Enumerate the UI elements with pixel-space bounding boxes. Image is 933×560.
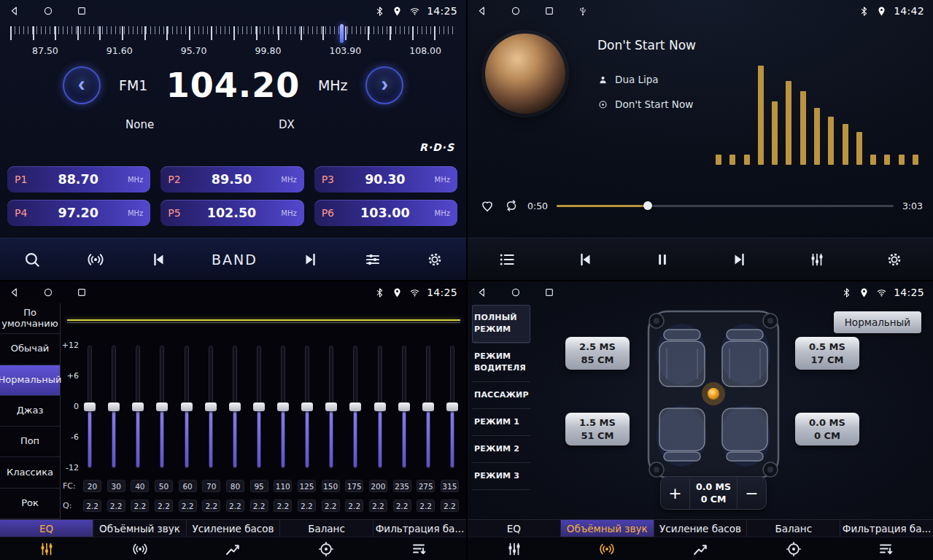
eq-band-slider[interactable]: [325, 346, 338, 468]
eq-band-slider[interactable]: [131, 346, 144, 468]
tab-filter[interactable]: Фильтрация ба...: [840, 520, 933, 537]
back-button[interactable]: [9, 287, 20, 298]
seek-up-button[interactable]: [302, 251, 320, 268]
eq-slider-thumb[interactable]: [229, 402, 241, 411]
eq-band-slider[interactable]: [422, 346, 435, 468]
eq-slider-thumb[interactable]: [349, 402, 361, 411]
repeat-button[interactable]: [504, 198, 519, 213]
broadcast-button[interactable]: [86, 250, 105, 269]
settings-button[interactable]: [426, 251, 444, 268]
car-cabin-visual[interactable]: [645, 308, 782, 481]
equalizer-button[interactable]: [808, 251, 826, 268]
back-button[interactable]: [476, 287, 488, 298]
radio-preset-button[interactable]: P6103.00MHz: [314, 200, 457, 226]
eq-icon-button[interactable]: [0, 537, 93, 560]
eq-slider-thumb[interactable]: [205, 402, 217, 411]
eq-preset-item[interactable]: Джаз: [0, 396, 60, 427]
eq-slider-thumb[interactable]: [325, 402, 337, 411]
eq-band-slider[interactable]: [228, 346, 241, 468]
tab-eq[interactable]: EQ: [0, 520, 93, 537]
eq-band-slider[interactable]: [155, 346, 169, 468]
delay-rear-right[interactable]: 0.0 MS 0 CM: [795, 413, 859, 446]
tab-bass-boost[interactable]: Усиление басов: [654, 520, 748, 537]
home-button[interactable]: [510, 5, 522, 17]
recent-apps-button[interactable]: [76, 5, 88, 17]
bass-boost-icon-button[interactable]: [654, 537, 747, 560]
eq-slider-thumb[interactable]: [156, 402, 168, 411]
eq-preset-item[interactable]: Поп: [0, 427, 60, 457]
eq-slider-thumb[interactable]: [374, 402, 386, 411]
eq-slider-thumb[interactable]: [398, 402, 410, 411]
tab-surround-sound[interactable]: Объёмный звук: [561, 520, 654, 537]
eq-slider-thumb[interactable]: [181, 402, 193, 411]
home-button[interactable]: [510, 287, 522, 298]
recent-apps-button[interactable]: [76, 287, 88, 298]
home-button[interactable]: [42, 287, 54, 298]
eq-slider-thumb[interactable]: [277, 402, 289, 411]
scan-button[interactable]: [23, 250, 42, 269]
surround-icon-button[interactable]: [561, 537, 654, 560]
eq-slider-thumb[interactable]: [132, 402, 144, 411]
sf-mode-item[interactable]: ПАССАЖИР: [472, 382, 530, 409]
eq-band-slider[interactable]: [180, 346, 193, 468]
next-track-button[interactable]: [731, 251, 748, 268]
tab-filter[interactable]: Фильтрация ба...: [373, 520, 466, 537]
bass-boost-icon-button[interactable]: [187, 537, 280, 560]
surround-icon-button[interactable]: [93, 537, 187, 560]
delay-front-right[interactable]: 0.5 MS 17 CM: [795, 337, 859, 370]
pause-button[interactable]: [654, 251, 671, 268]
recent-apps-button[interactable]: [543, 287, 555, 298]
eq-preset-item[interactable]: Классика: [0, 457, 60, 488]
back-button[interactable]: [476, 5, 488, 17]
eq-band-slider[interactable]: [107, 346, 120, 468]
audio-settings-button[interactable]: [364, 251, 382, 268]
tab-balance[interactable]: Баланс: [280, 520, 373, 537]
eq-preset-item[interactable]: Обычай: [0, 334, 60, 365]
eq-band-slider[interactable]: [446, 346, 459, 468]
sf-mode-item[interactable]: ПОЛНЫЙ РЕЖИМ: [472, 305, 530, 343]
settings-button[interactable]: [886, 251, 903, 268]
radio-preset-button[interactable]: P390.30MHz: [314, 166, 457, 192]
previous-track-button[interactable]: [576, 251, 594, 268]
delay-rear-left[interactable]: 1.5 MS 51 CM: [565, 413, 630, 446]
filter-icon-button[interactable]: [373, 537, 466, 560]
back-button[interactable]: [9, 5, 20, 17]
minus-button[interactable]: −: [737, 477, 766, 509]
sf-mode-item[interactable]: РЕЖИМ 2: [472, 436, 530, 463]
profile-button[interactable]: Нормальный: [834, 311, 921, 333]
eq-preset-item[interactable]: Нормальный: [0, 365, 60, 396]
balance-icon-button[interactable]: [747, 537, 840, 560]
radio-preset-button[interactable]: P497.20MHz: [7, 200, 150, 226]
eq-band-slider[interactable]: [252, 346, 266, 468]
radio-preset-button[interactable]: P188.70MHz: [7, 166, 150, 192]
eq-band-slider[interactable]: [398, 346, 411, 468]
eq-slider-thumb[interactable]: [422, 402, 434, 411]
seek-slider[interactable]: [557, 201, 894, 211]
eq-band-slider[interactable]: [373, 346, 387, 468]
delay-front-left[interactable]: 2.5 MS 85 CM: [565, 337, 630, 370]
frequency-pointer[interactable]: [340, 24, 344, 43]
recent-apps-button[interactable]: [543, 5, 555, 17]
sf-mode-item[interactable]: РЕЖИМ 3: [472, 463, 530, 490]
eq-band-slider[interactable]: [349, 346, 362, 468]
tab-surround-sound[interactable]: Объёмный звук: [93, 520, 187, 537]
eq-band-slider[interactable]: [83, 346, 96, 468]
frequency-ruler[interactable]: [10, 26, 456, 41]
tab-eq[interactable]: EQ: [468, 520, 561, 537]
eq-icon-button[interactable]: [468, 537, 561, 560]
eq-slider-thumb[interactable]: [301, 402, 313, 411]
eq-preset-item[interactable]: По умолчанию: [0, 303, 60, 334]
radio-preset-button[interactable]: P5102.50MHz: [160, 200, 303, 226]
filter-icon-button[interactable]: [840, 537, 933, 560]
eq-preset-item[interactable]: Рок: [0, 489, 60, 519]
eq-slider-thumb[interactable]: [446, 402, 458, 411]
tune-down-button[interactable]: ‹: [63, 66, 101, 104]
plus-button[interactable]: +: [661, 477, 690, 509]
tune-up-button[interactable]: ›: [365, 66, 403, 104]
band-button[interactable]: BAND: [212, 252, 258, 268]
sf-mode-item[interactable]: РЕЖИМ ВОДИТЕЛЯ: [472, 343, 530, 382]
seek-down-button[interactable]: [150, 251, 167, 268]
tab-bass-boost[interactable]: Усиление басов: [187, 520, 280, 537]
eq-band-slider[interactable]: [204, 346, 217, 468]
eq-slider-thumb[interactable]: [108, 402, 120, 411]
